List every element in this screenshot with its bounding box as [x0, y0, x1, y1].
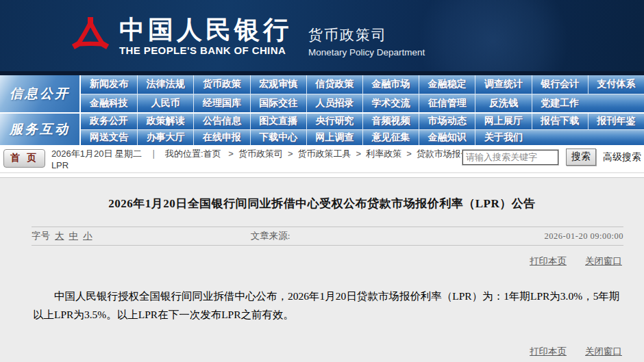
breadcrumb-item[interactable]: 利率政策: [366, 148, 401, 159]
font-size-large-link[interactable]: 大: [55, 230, 64, 242]
font-size-small-link[interactable]: 小: [83, 230, 92, 242]
nav-item[interactable]: 网上展厅: [475, 114, 531, 129]
nav-item[interactable]: 金融知识: [419, 130, 475, 146]
breadcrumb-path: >货币政策司>货币政策工具>利率政策>贷款市场报价利率: [223, 148, 487, 159]
breadcrumb-location-home[interactable]: 我的位置:首页: [165, 148, 221, 159]
nav-item-empty: [588, 130, 644, 146]
breadcrumb-item[interactable]: 货币政策司: [238, 148, 283, 159]
nav-item[interactable]: 音频视频: [362, 114, 419, 129]
nav-item[interactable]: 公告信息: [193, 114, 249, 129]
nav-item[interactable]: 经理国库: [193, 94, 249, 113]
nav-band-services: 服务互动 政务公开政策解读公告信息图文直播央行研究音频视频市场动态网上展厅报告下…: [0, 114, 644, 145]
nav-item[interactable]: 信贷政策: [306, 75, 362, 94]
nav-row: 政务公开政策解读公告信息图文直播央行研究音频视频市场动态网上展厅报告下载报刊年鉴: [81, 114, 644, 129]
nav-item[interactable]: 货币政策: [193, 75, 249, 94]
logo-row: 中国人民银行 THE PEOPLE'S BANK OF CHINA 货币政策司 …: [0, 0, 644, 59]
nav-item[interactable]: 党建工作: [532, 94, 588, 113]
font-size-medium-link[interactable]: 中: [69, 230, 79, 242]
search-area: 搜索 高级搜索: [462, 148, 641, 166]
nav-item[interactable]: 报告下载: [532, 114, 588, 129]
nav-item[interactable]: 反洗钱: [475, 94, 531, 113]
nav-item[interactable]: 关于我们: [475, 130, 531, 146]
nav-item[interactable]: 金融市场: [362, 75, 419, 94]
article-actions-top: 打印本页 关闭窗口: [32, 255, 622, 268]
nav-item[interactable]: 人民币: [137, 94, 193, 113]
advanced-search-link[interactable]: 高级搜索: [603, 151, 641, 164]
article-datetime: 2026-01-20 09:00:00: [545, 231, 623, 242]
nav-item[interactable]: 图文直播: [250, 114, 306, 129]
nav-item[interactable]: 意见征集: [362, 130, 419, 146]
nav-row: 金融科技人民币经理国库国际交往人员招录学术交流征信管理反洗钱党建工作: [81, 94, 644, 113]
bank-name-en: THE PEOPLE'S BANK OF CHINA: [119, 44, 292, 56]
breadcrumb-separator: >: [223, 148, 238, 159]
nav-row: 网送文告办事大厅在线申报下载中心网上调查意见征集金融知识关于我们: [81, 129, 644, 146]
close-window-link[interactable]: 关闭窗口: [585, 346, 622, 358]
nav-item[interactable]: 政务公开: [81, 114, 137, 129]
nav-item[interactable]: 政策解读: [137, 114, 193, 129]
department-name-cn: 货币政策司: [308, 25, 425, 44]
nav-item[interactable]: 调查统计: [475, 75, 531, 94]
nav-item[interactable]: 在线申报: [193, 130, 249, 146]
breadcrumb-separator: >: [401, 148, 417, 159]
breadcrumb-separator: >: [283, 148, 298, 159]
article-content-area: 2026年1月20日全国银行间同业拆借中心受权公布贷款市场报价利率（LPR）公告…: [0, 177, 644, 362]
print-page-link[interactable]: 打印本页: [530, 255, 567, 268]
nav-item[interactable]: 宏观审慎: [250, 75, 306, 94]
nav-item[interactable]: 国际交往: [250, 94, 306, 113]
home-button[interactable]: 首 页: [3, 149, 45, 168]
font-size-label: 字号: [32, 230, 50, 242]
breadcrumb-bar: 首 页 2026年1月20日 星期二 ｜ 我的位置:首页 >货币政策司>货币政策…: [0, 145, 644, 173]
bank-name-cn: 中国人民银行: [119, 16, 292, 44]
breadcrumb-divider: ｜: [145, 148, 163, 159]
site-header: 中国人民银行 THE PEOPLE'S BANK OF CHINA 货币政策司 …: [0, 0, 644, 71]
nav-item[interactable]: 学术交流: [362, 94, 419, 113]
search-button[interactable]: 搜索: [566, 148, 596, 166]
article-actions-bottom: 打印本页 关闭窗口: [32, 346, 622, 358]
department-name-en: Monetary Policy Department: [308, 47, 425, 57]
nav-item[interactable]: 法律法规: [137, 75, 193, 94]
nav-rows-information: 新闻发布法律法规货币政策宏观审慎信贷政策金融市场金融稳定调查统计银行会计支付体系…: [81, 75, 644, 112]
print-page-link[interactable]: 打印本页: [530, 346, 567, 358]
nav-item[interactable]: 网上调查: [306, 130, 362, 146]
breadcrumb-item[interactable]: 货币政策工具: [298, 148, 351, 159]
nav-item[interactable]: 金融稳定: [419, 75, 475, 94]
current-date: 2026年1月20日 星期二: [51, 148, 142, 159]
nav-item[interactable]: 网送文告: [81, 130, 137, 146]
article-source-label: 文章来源:: [251, 230, 290, 242]
breadcrumb: 2026年1月20日 星期二 ｜ 我的位置:首页 >货币政策司>货币政策工具>利…: [51, 148, 452, 171]
nav-item[interactable]: 新闻发布: [81, 75, 137, 94]
breadcrumb-line2[interactable]: LPR: [51, 159, 452, 171]
nav-item-empty: [532, 130, 588, 146]
nav-row: 新闻发布法律法规货币政策宏观审慎信贷政策金融市场金融稳定调查统计银行会计支付体系: [81, 75, 644, 94]
nav-item[interactable]: 下载中心: [250, 130, 306, 146]
article-body: 中国人民银行授权全国银行间同业拆借中心公布，2026年1月20日贷款市场报价利率…: [33, 287, 623, 324]
search-input[interactable]: [462, 150, 558, 165]
nav-item[interactable]: 央行研究: [306, 114, 362, 129]
nav-section-information-disclosure[interactable]: 信息公开: [0, 75, 81, 112]
article-meta-row: 字号 大 中 小 文章来源: 2026-01-20 09:00:00: [32, 227, 623, 246]
nav-rows-services: 政务公开政策解读公告信息图文直播央行研究音频视频市场动态网上展厅报告下载报刊年鉴…: [81, 114, 644, 145]
pboc-logo-icon: [69, 14, 112, 59]
nav-item[interactable]: 银行会计: [532, 75, 588, 94]
nav-section-service-interaction[interactable]: 服务互动: [0, 114, 81, 145]
close-window-link[interactable]: 关闭窗口: [585, 255, 622, 268]
nav-item[interactable]: 报刊年鉴: [588, 114, 644, 129]
nav-item[interactable]: 支付体系: [588, 75, 644, 94]
nav-item[interactable]: 金融科技: [81, 94, 137, 113]
nav-item[interactable]: 市场动态: [419, 114, 475, 129]
nav-item[interactable]: 人员招录: [306, 94, 362, 113]
article-title: 2026年1月20日全国银行间同业拆借中心受权公布贷款市场报价利率（LPR）公告: [0, 188, 644, 211]
breadcrumb-separator: >: [351, 148, 367, 159]
nav-band-information: 信息公开 新闻发布法律法规货币政策宏观审慎信贷政策金融市场金融稳定调查统计银行会…: [0, 75, 644, 112]
nav-item-empty: [588, 94, 644, 113]
nav-item[interactable]: 征信管理: [419, 94, 475, 113]
nav-item[interactable]: 办事大厅: [137, 130, 193, 146]
